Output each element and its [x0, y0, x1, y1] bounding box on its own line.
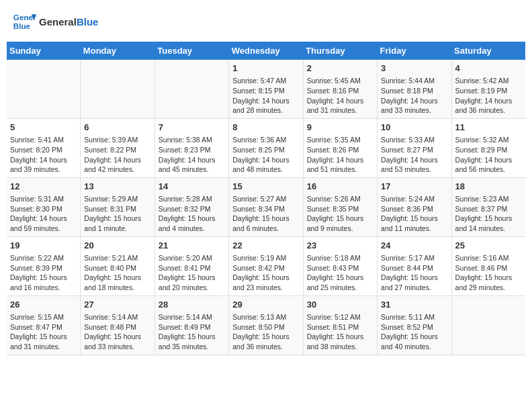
day-cell: 28Sunrise: 5:14 AM Sunset: 8:49 PM Dayli… — [154, 295, 228, 355]
day-cell: 30Sunrise: 5:12 AM Sunset: 8:51 PM Dayli… — [303, 295, 377, 355]
day-number: 13 — [84, 181, 150, 193]
col-friday: Friday — [378, 42, 451, 60]
day-cell: 13Sunrise: 5:29 AM Sunset: 8:31 PM Dayli… — [81, 177, 154, 236]
day-number: 15 — [232, 181, 299, 193]
day-cell: 17Sunrise: 5:24 AM Sunset: 8:36 PM Dayli… — [378, 177, 451, 236]
day-cell: 10Sunrise: 5:33 AM Sunset: 8:27 PM Dayli… — [378, 118, 451, 177]
day-cell: 5Sunrise: 5:41 AM Sunset: 8:20 PM Daylig… — [7, 118, 81, 177]
day-info: Sunrise: 5:23 AM Sunset: 8:37 PM Dayligh… — [455, 194, 522, 234]
day-info: Sunrise: 5:24 AM Sunset: 8:36 PM Dayligh… — [381, 194, 447, 234]
day-info: Sunrise: 5:15 AM Sunset: 8:47 PM Dayligh… — [10, 312, 77, 352]
day-info: Sunrise: 5:32 AM Sunset: 8:29 PM Dayligh… — [455, 135, 522, 175]
day-cell: 14Sunrise: 5:28 AM Sunset: 8:32 PM Dayli… — [154, 177, 228, 236]
day-number: 20 — [84, 240, 150, 252]
logo-icon: General Blue — [12, 9, 36, 34]
day-info: Sunrise: 5:17 AM Sunset: 8:44 PM Dayligh… — [381, 253, 447, 293]
day-info: Sunrise: 5:41 AM Sunset: 8:20 PM Dayligh… — [10, 135, 77, 175]
day-number: 22 — [232, 240, 299, 252]
day-number: 17 — [381, 181, 447, 193]
day-info: Sunrise: 5:11 AM Sunset: 8:52 PM Dayligh… — [381, 312, 447, 352]
day-number: 16 — [307, 181, 373, 193]
day-cell: 12Sunrise: 5:31 AM Sunset: 8:30 PM Dayli… — [7, 177, 81, 236]
day-info: Sunrise: 5:31 AM Sunset: 8:30 PM Dayligh… — [10, 194, 77, 234]
day-info: Sunrise: 5:47 AM Sunset: 8:15 PM Dayligh… — [232, 76, 299, 116]
day-number: 24 — [381, 240, 447, 252]
day-cell: 25Sunrise: 5:16 AM Sunset: 8:46 PM Dayli… — [451, 236, 525, 295]
day-number: 4 — [455, 62, 522, 75]
day-number: 9 — [307, 122, 373, 134]
day-number: 7 — [159, 122, 225, 134]
day-info: Sunrise: 5:14 AM Sunset: 8:49 PM Dayligh… — [159, 312, 225, 352]
calendar-body: 1Sunrise: 5:47 AM Sunset: 8:15 PM Daylig… — [7, 60, 525, 355]
day-cell: 20Sunrise: 5:21 AM Sunset: 8:40 PM Dayli… — [81, 236, 154, 295]
day-number: 14 — [159, 181, 225, 193]
day-info: Sunrise: 5:39 AM Sunset: 8:22 PM Dayligh… — [84, 135, 150, 175]
day-number: 29 — [232, 299, 299, 311]
calendar-header: Sunday Monday Tuesday Wednesday Thursday… — [7, 42, 525, 60]
logo-text: GeneralBlue — [39, 16, 98, 28]
day-number: 18 — [455, 181, 522, 193]
day-info: Sunrise: 5:18 AM Sunset: 8:43 PM Dayligh… — [307, 253, 373, 293]
day-info: Sunrise: 5:38 AM Sunset: 8:23 PM Dayligh… — [159, 135, 225, 175]
day-info: Sunrise: 5:36 AM Sunset: 8:25 PM Dayligh… — [232, 135, 299, 175]
day-number: 8 — [232, 122, 299, 134]
logo: General Blue GeneralBlue — [12, 9, 98, 34]
day-number: 26 — [10, 299, 77, 311]
page-header: General Blue GeneralBlue — [7, 7, 525, 36]
day-info: Sunrise: 5:22 AM Sunset: 8:39 PM Dayligh… — [10, 253, 77, 293]
day-cell: 18Sunrise: 5:23 AM Sunset: 8:37 PM Dayli… — [451, 177, 525, 236]
day-number: 2 — [307, 62, 373, 75]
col-tuesday: Tuesday — [154, 42, 228, 60]
day-info: Sunrise: 5:13 AM Sunset: 8:50 PM Dayligh… — [232, 312, 299, 352]
day-number: 12 — [10, 181, 77, 193]
day-info: Sunrise: 5:21 AM Sunset: 8:40 PM Dayligh… — [84, 253, 150, 293]
day-cell: 4Sunrise: 5:42 AM Sunset: 8:19 PM Daylig… — [451, 60, 525, 118]
day-cell: 19Sunrise: 5:22 AM Sunset: 8:39 PM Dayli… — [7, 236, 81, 295]
day-cell: 22Sunrise: 5:19 AM Sunset: 8:42 PM Dayli… — [229, 236, 303, 295]
day-cell — [451, 295, 525, 355]
day-info: Sunrise: 5:42 AM Sunset: 8:19 PM Dayligh… — [455, 76, 522, 116]
day-number: 27 — [84, 299, 150, 311]
day-number: 23 — [307, 240, 373, 252]
day-number: 6 — [84, 122, 150, 134]
day-number: 30 — [307, 299, 373, 311]
day-number: 11 — [455, 122, 522, 134]
day-cell — [7, 60, 81, 118]
col-sunday: Sunday — [7, 42, 81, 60]
day-info: Sunrise: 5:33 AM Sunset: 8:27 PM Dayligh… — [381, 135, 447, 175]
svg-text:Blue: Blue — [13, 21, 31, 30]
week-row-5: 26Sunrise: 5:15 AM Sunset: 8:47 PM Dayli… — [7, 295, 525, 355]
calendar-table: Sunday Monday Tuesday Wednesday Thursday… — [7, 42, 525, 355]
day-info: Sunrise: 5:12 AM Sunset: 8:51 PM Dayligh… — [307, 312, 373, 352]
day-cell: 9Sunrise: 5:35 AM Sunset: 8:26 PM Daylig… — [303, 118, 377, 177]
day-info: Sunrise: 5:45 AM Sunset: 8:16 PM Dayligh… — [307, 76, 373, 116]
day-number: 28 — [159, 299, 225, 311]
day-number: 25 — [455, 240, 522, 252]
day-info: Sunrise: 5:20 AM Sunset: 8:41 PM Dayligh… — [159, 253, 225, 293]
day-cell: 1Sunrise: 5:47 AM Sunset: 8:15 PM Daylig… — [229, 60, 303, 118]
day-info: Sunrise: 5:28 AM Sunset: 8:32 PM Dayligh… — [159, 194, 225, 234]
day-info: Sunrise: 5:14 AM Sunset: 8:48 PM Dayligh… — [84, 312, 150, 352]
day-info: Sunrise: 5:19 AM Sunset: 8:42 PM Dayligh… — [232, 253, 299, 293]
day-cell: 31Sunrise: 5:11 AM Sunset: 8:52 PM Dayli… — [378, 295, 451, 355]
col-saturday: Saturday — [451, 42, 525, 60]
day-number: 31 — [381, 299, 447, 311]
week-row-1: 1Sunrise: 5:47 AM Sunset: 8:15 PM Daylig… — [7, 60, 525, 118]
day-cell: 27Sunrise: 5:14 AM Sunset: 8:48 PM Dayli… — [81, 295, 154, 355]
day-cell: 11Sunrise: 5:32 AM Sunset: 8:29 PM Dayli… — [451, 118, 525, 177]
day-number: 19 — [10, 240, 77, 252]
day-cell: 24Sunrise: 5:17 AM Sunset: 8:44 PM Dayli… — [378, 236, 451, 295]
day-cell: 15Sunrise: 5:27 AM Sunset: 8:34 PM Dayli… — [229, 177, 303, 236]
col-wednesday: Wednesday — [229, 42, 303, 60]
day-cell: 23Sunrise: 5:18 AM Sunset: 8:43 PM Dayli… — [303, 236, 377, 295]
day-number: 5 — [10, 122, 77, 134]
day-info: Sunrise: 5:16 AM Sunset: 8:46 PM Dayligh… — [455, 253, 522, 293]
day-cell: 3Sunrise: 5:44 AM Sunset: 8:18 PM Daylig… — [378, 60, 451, 118]
day-info: Sunrise: 5:29 AM Sunset: 8:31 PM Dayligh… — [84, 194, 150, 234]
day-info: Sunrise: 5:27 AM Sunset: 8:34 PM Dayligh… — [232, 194, 299, 234]
day-info: Sunrise: 5:35 AM Sunset: 8:26 PM Dayligh… — [307, 135, 373, 175]
day-cell: 8Sunrise: 5:36 AM Sunset: 8:25 PM Daylig… — [229, 118, 303, 177]
week-row-2: 5Sunrise: 5:41 AM Sunset: 8:20 PM Daylig… — [7, 118, 525, 177]
day-number: 1 — [232, 62, 299, 75]
week-row-4: 19Sunrise: 5:22 AM Sunset: 8:39 PM Dayli… — [7, 236, 525, 295]
